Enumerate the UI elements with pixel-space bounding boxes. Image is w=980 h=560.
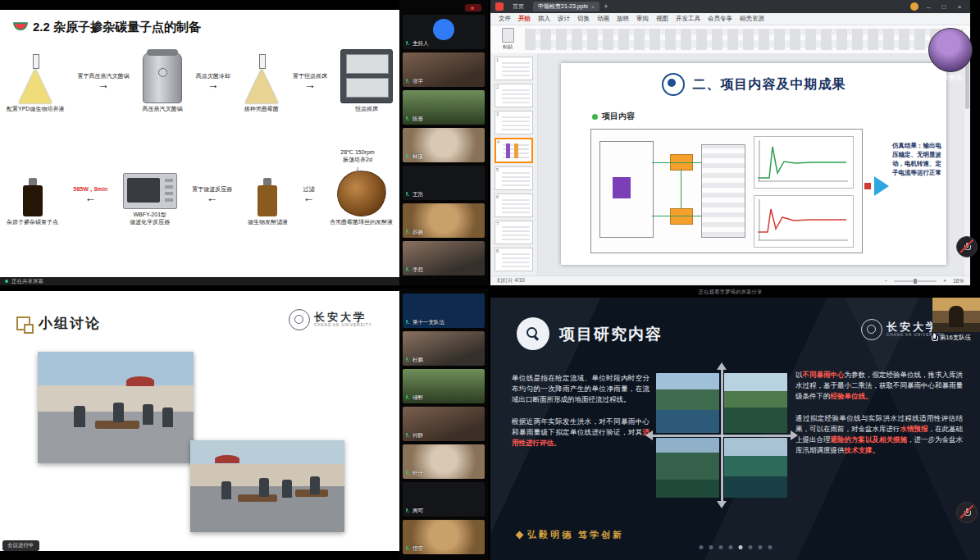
participant-tile[interactable]: 陈墨: [403, 90, 485, 125]
menu-docer[interactable]: 稻壳资源: [740, 15, 764, 23]
maximize-button[interactable]: □: [938, 3, 950, 11]
mic-icon: [405, 154, 408, 159]
menu-devtools[interactable]: 开发工具: [676, 15, 700, 23]
participant-name: 主持人: [413, 40, 429, 48]
participant-name: 林溪: [413, 153, 423, 161]
presenter-avatar[interactable]: [928, 28, 973, 72]
reservoir-photo: [724, 373, 787, 433]
tab-home[interactable]: 首页: [508, 2, 529, 11]
slide-title: 2.2 杂原子掺杂碳量子点的制备: [33, 20, 201, 35]
participant-tile[interactable]: 绿野: [403, 369, 485, 403]
slide-thumbnail-panel: 1 2 3 4 5 6 7 8: [490, 53, 538, 275]
new-tab-button[interactable]: +: [604, 2, 608, 11]
section-bullet: 项目内容: [592, 111, 635, 122]
participant-tile[interactable]: 李想: [403, 241, 485, 275]
tab-document[interactable]: 中期检查21-23.pptx ×: [533, 2, 599, 11]
reservoir-photo: [656, 373, 719, 433]
menu-design[interactable]: 设计: [558, 15, 570, 23]
participant-tile[interactable]: 王浩: [403, 166, 485, 200]
simulation-result-text: 仿真结果：输出电压稳定、无明显波动，电机转速、定子电流等运行正常: [892, 142, 943, 178]
node-label: WBFY-201型 微波化学反应器: [130, 212, 170, 226]
muted-mic-button[interactable]: [956, 236, 978, 257]
slide-thumbnail-selected[interactable]: 4: [495, 138, 533, 163]
slide-thumbnail[interactable]: 6: [495, 193, 533, 217]
diagram-module-grid: [701, 144, 745, 238]
viewing-share-hint: 正在观看李梦瑶的屏幕分享: [490, 289, 970, 296]
close-tab-icon[interactable]: ×: [591, 4, 595, 10]
close-button[interactable]: ×: [954, 3, 965, 11]
menu-transition[interactable]: 切换: [577, 15, 590, 23]
team-webcam[interactable]: [932, 298, 980, 332]
menu-member[interactable]: 会员专享: [708, 15, 732, 23]
flask-image: [244, 54, 280, 103]
participant-strip-bottom: 第十一支队伍 杜鹏 绿野 何静 旺仔 周可 悟空: [399, 289, 488, 560]
university-seal-icon: [861, 319, 882, 340]
slide-thumbnail[interactable]: 1: [495, 57, 533, 80]
meeting-overlay-pill[interactable]: 会议进行中: [2, 540, 39, 551]
participant-tile[interactable]: 林溪: [403, 128, 485, 162]
thumbnail-content: [502, 253, 530, 267]
minimize-button[interactable]: –: [923, 3, 934, 11]
account-avatar[interactable]: [910, 2, 918, 11]
person-figure: [162, 407, 173, 427]
flow-node: 杂原子掺杂碳量子点: [7, 185, 58, 226]
right-text-column: 以不同暴雨中心为参数，假定经验单位线，推求入库洪水过程，基于最小二乘法，获取不同…: [795, 370, 963, 456]
slide-thumbnail[interactable]: 5: [495, 166, 533, 190]
participant-tile[interactable]: 主持人: [403, 15, 485, 49]
flask-image: [17, 54, 53, 103]
participant-name: 张宇: [413, 78, 423, 85]
zoom-in-button[interactable]: +: [943, 278, 946, 284]
mic-icon: [405, 395, 408, 400]
university-logo: 长安大学 CHANG'AN UNIVERSITY: [289, 309, 372, 330]
person-figure: [143, 404, 153, 425]
editing-canvas: 二、项目内容及中期成果 项目内容: [538, 53, 970, 275]
university-seal-icon: [289, 309, 310, 330]
zoom-slider[interactable]: [894, 280, 937, 282]
slide-title: 小组讨论: [39, 314, 101, 333]
paste-button[interactable]: 粘贴: [497, 28, 518, 51]
mic-icon: [405, 267, 408, 272]
slide-number: 7: [496, 221, 499, 226]
participant-name: 绿野: [413, 394, 423, 402]
menu-view[interactable]: 视图: [656, 15, 668, 23]
menu-file[interactable]: 文件: [499, 15, 511, 23]
menu-slideshow[interactable]: 放映: [617, 15, 629, 23]
menu-start[interactable]: 开始: [518, 15, 531, 23]
discussion-photo-2: [190, 440, 344, 532]
participant-tile[interactable]: 周可: [403, 482, 485, 517]
note-text: 28℃ 150rpm 振荡培养2d: [340, 149, 374, 162]
slide-thumbnail[interactable]: 7: [495, 221, 533, 244]
participant-tile[interactable]: 悟空: [403, 520, 485, 554]
slide-thumbnail[interactable]: 8: [495, 248, 533, 271]
diamond-icon: [516, 531, 524, 540]
right-arrow-icon: →: [304, 80, 316, 89]
ribbon-icon-cluster[interactable]: [525, 29, 964, 50]
participant-tile[interactable]: 旺仔: [403, 444, 485, 479]
participant-name: 第十一支队伍: [413, 319, 444, 326]
participant-tile[interactable]: 第十一支队伍: [403, 294, 485, 328]
bullet-label: 项目内容: [602, 111, 635, 122]
slide-thumbnail[interactable]: 3: [495, 111, 533, 134]
participant-tile[interactable]: 张宇: [403, 52, 485, 87]
flow-arrow: 高温灭菌冷却 →: [183, 73, 244, 112]
zoom-out-button[interactable]: −: [884, 278, 887, 284]
flow-arrow: 置于高压蒸汽灭菌锅 →: [64, 73, 142, 112]
wps-body: 1 2 3 4 5 6 7 8 二、项目内容及中期成果 项目内容: [490, 53, 970, 275]
muted-mic-button[interactable]: [956, 502, 978, 523]
right-arrow-icon: →: [207, 80, 219, 89]
participant-tile[interactable]: 苏婉: [403, 203, 485, 238]
participant-tile[interactable]: 何静: [403, 407, 485, 441]
menu-review[interactable]: 审阅: [636, 15, 649, 23]
diagram-wire: [652, 162, 701, 163]
menu-insert[interactable]: 插入: [538, 15, 550, 23]
participant-tile[interactable]: 杜鹏: [403, 331, 485, 366]
menu-animation[interactable]: 动画: [597, 15, 609, 23]
slide-number: 2: [496, 84, 499, 89]
flow-arrow: 过滤 ←: [288, 186, 330, 225]
slide-thumbnail[interactable]: 2: [495, 84, 533, 107]
participant-strip-top: 主持人 张宇 陈墨 林溪 王浩 苏婉 李想: [399, 0, 488, 285]
share-status-bar: 正在共享屏幕: [0, 277, 399, 285]
diagram-block-orange: [670, 208, 693, 225]
menu-bar: 文件 开始 插入 设计 切换 动画 放映 审阅 视图 开发工具 会员专享 稻壳资…: [490, 13, 970, 25]
paragraph: 通过拟定经验单位线与实际洪水过程线适用性评估结果，可以在雨前，对金盆水库进行水情…: [795, 413, 963, 457]
